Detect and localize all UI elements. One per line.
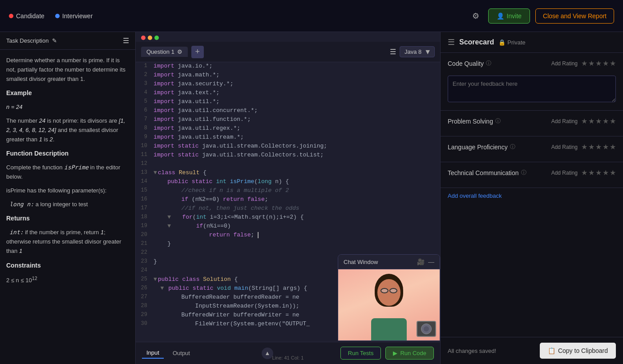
- editor-line: 1import java.io.*;: [136, 62, 440, 71]
- camera-icon[interactable]: 🎥: [417, 258, 425, 265]
- chat-window-buttons: 🎥 —: [417, 258, 434, 265]
- left-panel: Task Description ✎ ☰ Determine whether a…: [0, 32, 136, 364]
- function-heading: Function Description: [6, 150, 69, 157]
- editor-line: 13▼class Result {: [136, 169, 440, 178]
- editor-line: 5import java.util.*;: [136, 98, 440, 107]
- language-selector[interactable]: Java 8: [400, 46, 435, 57]
- editor-line: 15 //check if n is a multiple of 2: [136, 187, 440, 196]
- code-quality-section: Code Quality ⓘ Add Rating ★ ★ ★ ★ ★: [441, 53, 623, 111]
- star-4[interactable]: ★: [603, 59, 609, 68]
- editor-topbar: Question 1 ⚙ + ☰ Java 8 ▼: [136, 42, 440, 62]
- candidate-label: Candidate: [16, 12, 44, 20]
- star-5[interactable]: ★: [610, 59, 616, 68]
- editor-line: 16 if (n%2==0) return false;: [136, 196, 440, 204]
- hamburger-icon[interactable]: ☰: [390, 48, 396, 56]
- editor-topbar-right: ☰ Java 8 ▼: [390, 46, 435, 57]
- run-buttons-bar: Input Output Line: 41 Col: 1 ▲ Run Tests…: [136, 342, 440, 364]
- person-plus-icon: 👤: [497, 12, 504, 20]
- settings-icon[interactable]: ⚙: [177, 48, 182, 55]
- task-intro: Determine whether a number is prime. If …: [6, 56, 129, 84]
- private-badge: 🔒 Private: [498, 39, 525, 46]
- code-quality-feedback[interactable]: [448, 76, 616, 102]
- center-panel: Question 1 ⚙ + ☰ Java 8 ▼ 1import java.i…: [136, 32, 441, 364]
- language-dropdown-wrap: Java 8 ▼: [400, 46, 435, 57]
- overall-feedback-link[interactable]: Add overall feedback: [441, 188, 623, 204]
- scorecard-title: Scorecard: [459, 38, 494, 46]
- chat-window: Chat Window 🎥 —: [338, 254, 440, 341]
- info-icon-3[interactable]: ⓘ: [510, 143, 515, 151]
- close-report-button[interactable]: Close and View Report: [535, 8, 614, 24]
- technical-communication-add-rating: Add Rating: [551, 170, 578, 176]
- editor-line: 8import java.util.regex.*;: [136, 124, 440, 133]
- star-3[interactable]: ★: [595, 59, 602, 68]
- output-tab[interactable]: Output: [168, 348, 194, 358]
- right-panel: ☰ Scorecard 🔒 Private Code Quality ⓘ Add…: [441, 32, 623, 364]
- editor-line: 10import static java.util.stream.Collect…: [136, 142, 440, 151]
- question-tab[interactable]: Question 1 ⚙: [141, 47, 188, 57]
- code-quality-label: Code Quality ⓘ: [448, 60, 551, 67]
- language-proficiency-row: Language Proficiency ⓘ Add Rating ★ ★ ★ …: [448, 143, 616, 151]
- code-quality-stars[interactable]: ★ ★ ★ ★ ★: [581, 59, 616, 68]
- language-proficiency-label: Language Proficiency ⓘ: [448, 143, 551, 151]
- dot-yellow: [148, 36, 152, 40]
- left-panel-header: Task Description ✎ ☰: [0, 32, 135, 50]
- code-quality-row: Code Quality ⓘ Add Rating ★ ★ ★ ★ ★: [448, 59, 616, 68]
- problem-solving-stars[interactable]: ★ ★ ★ ★ ★: [581, 117, 616, 125]
- editor-line: 19 ▼ if(n%i==0): [136, 222, 440, 231]
- invite-button[interactable]: 👤 Invite: [488, 8, 530, 24]
- eye-off-icon: 🔒: [498, 39, 506, 46]
- input-tab[interactable]: Input: [142, 348, 164, 359]
- star-2[interactable]: ★: [588, 59, 595, 68]
- run-code-button[interactable]: ▶ Run Code: [385, 347, 434, 360]
- language-proficiency-stars[interactable]: ★ ★ ★ ★ ★: [581, 143, 616, 151]
- info-icon[interactable]: ⓘ: [486, 60, 491, 67]
- chat-window-header: Chat Window 🎥 —: [338, 255, 440, 269]
- menu-icon[interactable]: ☰: [123, 36, 129, 45]
- task-description-content: Determine whether a number is prime. If …: [0, 50, 135, 364]
- candidate-user: Candidate: [9, 12, 44, 20]
- language-proficiency-add-rating: Add Rating: [551, 144, 578, 150]
- add-tab-button[interactable]: +: [191, 46, 204, 58]
- interviewer-label: Interviewer: [62, 12, 93, 20]
- params-intro: isPrime has the following parameter(s):: [6, 186, 129, 196]
- hamburger-right-icon[interactable]: ☰: [448, 37, 455, 47]
- problem-solving-section: Problem Solving ⓘ Add Rating ★ ★ ★ ★ ★: [441, 111, 623, 136]
- info-icon-4[interactable]: ⓘ: [521, 169, 526, 176]
- scorecard-footer: All changes saved! 📋 Copy to Clipboard: [441, 337, 623, 364]
- technical-communication-label: Technical Communication ⓘ: [448, 169, 551, 176]
- editor-line: 2import java.math.*;: [136, 71, 440, 80]
- editor-line: 3import java.security.*;: [136, 80, 440, 89]
- dot-green: [154, 36, 159, 40]
- run-tests-button[interactable]: Run Tests: [340, 347, 381, 360]
- main-layout: Task Description ✎ ☰ Determine whether a…: [0, 32, 623, 364]
- video-feed: [338, 269, 440, 340]
- technical-communication-section: Technical Communication ⓘ Add Rating ★ ★…: [441, 162, 623, 188]
- problem-solving-add-rating: Add Rating: [551, 118, 578, 124]
- example-n: n = 24: [6, 103, 129, 112]
- edit-icon[interactable]: ✎: [52, 37, 57, 44]
- function-desc: Complete the function isPrime in the edi…: [6, 163, 129, 182]
- line-col-indicator: Line: 41 Col: 1: [272, 355, 304, 360]
- technical-communication-stars[interactable]: ★ ★ ★ ★ ★: [581, 168, 616, 177]
- collapse-button[interactable]: ▲: [262, 348, 273, 359]
- gear-icon[interactable]: ⚙: [472, 11, 479, 21]
- chat-window-title: Chat Window: [344, 259, 417, 265]
- param-n: long n: a long integer to test: [6, 200, 129, 209]
- problem-solving-label: Problem Solving ⓘ: [448, 117, 551, 125]
- saved-status: All changes saved!: [448, 348, 496, 354]
- interviewer-dot: [55, 14, 60, 18]
- window-dots: [136, 32, 440, 42]
- constraints-heading: Constraints: [6, 262, 41, 269]
- technical-communication-row: Technical Communication ⓘ Add Rating ★ ★…: [448, 168, 616, 177]
- editor-line: 21 }: [136, 240, 440, 249]
- editor-line: 17 //if not, then just check the odds: [136, 204, 440, 213]
- copy-clipboard-button[interactable]: 📋 Copy to Clipboard: [540, 343, 616, 359]
- play-icon: ▶: [393, 350, 397, 356]
- language-proficiency-section: Language Proficiency ⓘ Add Rating ★ ★ ★ …: [441, 136, 623, 162]
- star-1[interactable]: ★: [581, 59, 587, 68]
- minimize-icon[interactable]: —: [428, 258, 434, 265]
- info-icon-2[interactable]: ⓘ: [495, 117, 501, 125]
- add-rating-text: Add Rating: [551, 60, 578, 67]
- task-description-title: Task Description ✎: [6, 37, 57, 44]
- example-heading: Example: [6, 89, 32, 96]
